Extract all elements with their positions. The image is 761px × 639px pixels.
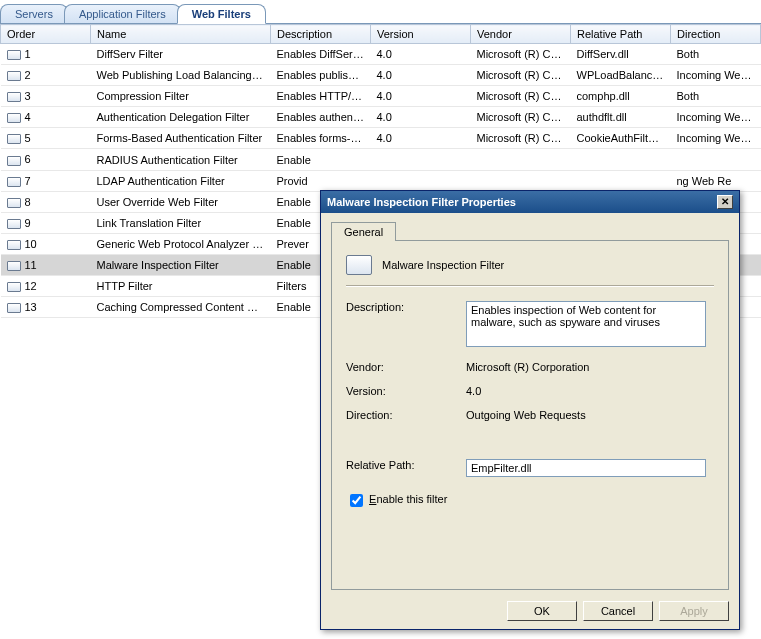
col-header-vendor[interactable]: Vendor: [471, 25, 571, 44]
cell-name: Generic Web Protocol Analyzer Fil...: [91, 233, 271, 254]
value-direction: Outgoing Web Requests: [466, 409, 714, 421]
col-header-direction[interactable]: Direction: [671, 25, 761, 44]
properties-dialog: Malware Inspection Filter Properties ✕ G…: [320, 190, 740, 630]
table-row[interactable]: 3Compression FilterEnables HTTP/HT...4.0…: [1, 86, 761, 107]
label-direction: Direction:: [346, 409, 466, 421]
col-header-order[interactable]: Order: [1, 25, 91, 44]
filter-row-icon: [7, 71, 21, 81]
cell-vendor: Microsoft (R) Cor...: [471, 65, 571, 86]
cell-path: DiffServ.dll: [571, 44, 671, 65]
filter-row-icon: [7, 177, 21, 187]
cell-order: 11: [1, 254, 91, 275]
cell-description: Provid: [271, 170, 371, 191]
cell-path: CookieAuthFilter.dll: [571, 128, 671, 149]
cell-order: 3: [1, 86, 91, 107]
filter-row-icon: [7, 134, 21, 144]
cell-name: Link Translation Filter: [91, 212, 271, 233]
cell-order: 6: [1, 149, 91, 170]
cell-description: Enables authentic...: [271, 107, 371, 128]
cell-order: 2: [1, 65, 91, 86]
filter-row-icon: [7, 156, 21, 166]
enable-filter-checkbox[interactable]: [350, 494, 363, 507]
cell-name: Compression Filter: [91, 86, 271, 107]
table-row[interactable]: 6RADIUS Authentication FilterEnable: [1, 149, 761, 170]
cell-vendor: Microsoft (R) Cor...: [471, 107, 571, 128]
filter-icon: [346, 255, 372, 275]
dialog-title: Malware Inspection Filter Properties: [327, 196, 516, 208]
cell-name: DiffServ Filter: [91, 44, 271, 65]
cell-name: User Override Web Filter: [91, 191, 271, 212]
cell-description: Enables HTTP/HT...: [271, 86, 371, 107]
cell-vendor: [471, 170, 571, 191]
cancel-button[interactable]: Cancel: [583, 601, 653, 621]
cell-direction: Both: [671, 86, 761, 107]
filter-row-icon: [7, 303, 21, 313]
cell-direction: Both: [671, 44, 761, 65]
table-row[interactable]: 1DiffServ FilterEnables DiffServ ...4.0M…: [1, 44, 761, 65]
label-version: Version:: [346, 385, 466, 397]
label-description: Description:: [346, 301, 466, 313]
cell-version: [371, 170, 471, 191]
col-header-name[interactable]: Name: [91, 25, 271, 44]
cell-path: authdflt.dll: [571, 107, 671, 128]
cell-order: 12: [1, 276, 91, 297]
cell-description: Enables forms-ba...: [271, 128, 371, 149]
col-header-version[interactable]: Version: [371, 25, 471, 44]
cell-version: [371, 149, 471, 170]
cell-version: 4.0: [371, 128, 471, 149]
cell-path: comphp.dll: [571, 86, 671, 107]
cell-order: 10: [1, 233, 91, 254]
ok-button[interactable]: OK: [507, 601, 577, 621]
tab-servers[interactable]: Servers: [0, 4, 68, 23]
label-enable-filter[interactable]: Enable this filter: [369, 493, 447, 505]
dialog-tab-general[interactable]: General: [331, 222, 396, 241]
tab-web-filters[interactable]: Web Filters: [177, 4, 266, 24]
dialog-titlebar[interactable]: Malware Inspection Filter Properties ✕: [321, 191, 739, 213]
cell-direction: ng Web Re: [671, 170, 761, 191]
filter-row-icon: [7, 240, 21, 250]
cell-direction: Incoming Web Re: [671, 107, 761, 128]
filter-row-icon: [7, 261, 21, 271]
tab-application-filters[interactable]: Application Filters: [64, 4, 181, 23]
cell-order: 8: [1, 191, 91, 212]
value-vendor: Microsoft (R) Corporation: [466, 361, 714, 373]
cell-name: Web Publishing Load Balancing Filter: [91, 65, 271, 86]
cell-order: 5: [1, 128, 91, 149]
cell-name: Forms-Based Authentication Filter: [91, 128, 271, 149]
filter-row-icon: [7, 113, 21, 123]
table-row[interactable]: 4Authentication Delegation FilterEnables…: [1, 107, 761, 128]
main-tabs: Servers Application Filters Web Filters: [0, 0, 761, 24]
cell-direction: [671, 149, 761, 170]
cell-vendor: Microsoft (R) Cor...: [471, 44, 571, 65]
cell-path: [571, 149, 671, 170]
table-row[interactable]: 7LDAP Authentication FilterProvidng Web …: [1, 170, 761, 191]
cell-order: 9: [1, 212, 91, 233]
cell-order: 1: [1, 44, 91, 65]
col-header-description[interactable]: Description: [271, 25, 371, 44]
cell-version: 4.0: [371, 107, 471, 128]
apply-button[interactable]: Apply: [659, 601, 729, 621]
table-row[interactable]: 2Web Publishing Load Balancing FilterEna…: [1, 65, 761, 86]
label-vendor: Vendor:: [346, 361, 466, 373]
cell-version: 4.0: [371, 65, 471, 86]
col-header-relative-path[interactable]: Relative Path: [571, 25, 671, 44]
table-row[interactable]: 5Forms-Based Authentication FilterEnable…: [1, 128, 761, 149]
cell-name: Caching Compressed Content Filter: [91, 297, 271, 318]
filter-row-icon: [7, 50, 21, 60]
relative-path-input[interactable]: [466, 459, 706, 477]
label-relative-path: Relative Path:: [346, 459, 466, 471]
filter-row-icon: [7, 198, 21, 208]
value-version: 4.0: [466, 385, 714, 397]
cell-path: WPLoadBalancer.dll: [571, 65, 671, 86]
cell-vendor: [471, 149, 571, 170]
cell-description: Enables DiffServ ...: [271, 44, 371, 65]
filter-row-icon: [7, 219, 21, 229]
description-textarea[interactable]: [466, 301, 706, 347]
cell-order: 13: [1, 297, 91, 318]
cell-name: Malware Inspection Filter: [91, 254, 271, 275]
cell-direction: Incoming Web Re: [671, 128, 761, 149]
cell-vendor: Microsoft (R) Cor...: [471, 128, 571, 149]
close-icon[interactable]: ✕: [717, 195, 733, 209]
cell-direction: Incoming Web Re: [671, 65, 761, 86]
cell-version: 4.0: [371, 86, 471, 107]
